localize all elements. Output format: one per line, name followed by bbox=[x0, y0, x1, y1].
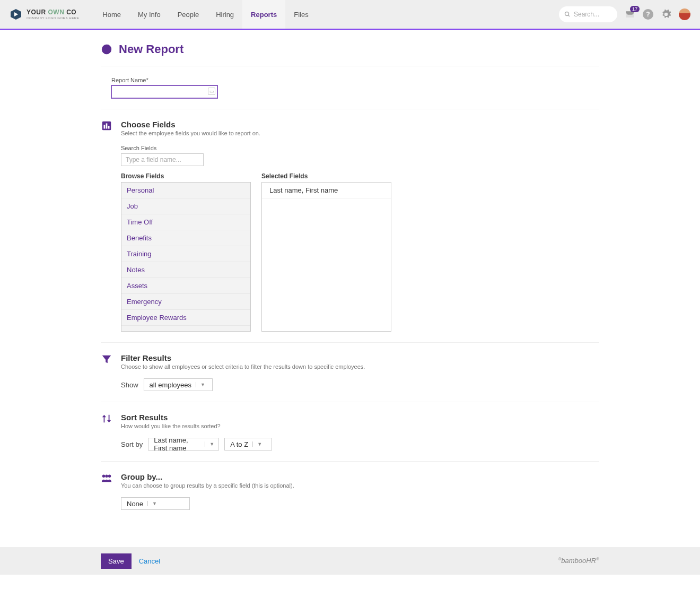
svg-rect-5 bbox=[104, 125, 106, 128]
search-icon bbox=[564, 11, 571, 18]
group-by-title: Group by... bbox=[121, 472, 599, 481]
filter-results-section: Filter Results Choose to show all employ… bbox=[101, 342, 599, 402]
browse-field-item[interactable]: Emergency bbox=[121, 294, 250, 310]
browse-field-item[interactable]: Notes bbox=[121, 262, 250, 278]
sort-direction-dropdown[interactable]: A to Z ▼ bbox=[224, 438, 272, 451]
show-dropdown[interactable]: all employees ▼ bbox=[144, 378, 213, 391]
svg-point-9 bbox=[105, 475, 108, 478]
top-nav: YOUR OWN CO COMPANY LOGO GOES HERE HomeM… bbox=[0, 0, 700, 30]
logo-hex-icon bbox=[10, 8, 22, 21]
sort-by-label: Sort by bbox=[121, 440, 143, 448]
cancel-link[interactable]: Cancel bbox=[139, 557, 160, 565]
people-icon bbox=[101, 472, 112, 484]
report-name-input[interactable] bbox=[111, 85, 217, 98]
help-icon: ? bbox=[646, 11, 650, 18]
browse-fields-list[interactable]: PersonalJobTime OffBenefitsTrainingNotes… bbox=[121, 182, 251, 332]
group-by-desc: You can choose to group results by a spe… bbox=[121, 482, 599, 489]
funnel-icon bbox=[101, 353, 112, 365]
sort-results-title: Sort Results bbox=[121, 413, 599, 422]
notification-badge: 17 bbox=[630, 6, 640, 12]
browse-field-item[interactable]: Personal bbox=[121, 183, 250, 198]
browse-field-item[interactable]: Benefits bbox=[121, 230, 250, 246]
sort-direction-value: A to Z bbox=[230, 440, 248, 448]
nav-item-files[interactable]: Files bbox=[285, 0, 317, 29]
sort-by-dropdown[interactable]: Last name, First name ▼ bbox=[148, 438, 219, 451]
search-placeholder: Search... bbox=[574, 11, 599, 18]
nav-item-hiring[interactable]: Hiring bbox=[207, 0, 242, 29]
filter-results-desc: Choose to show all employees or select c… bbox=[121, 363, 599, 370]
chevron-down-icon: ▼ bbox=[252, 441, 262, 447]
page-header: New Report bbox=[101, 42, 599, 66]
nav-item-people[interactable]: People bbox=[169, 0, 207, 29]
sort-results-desc: How would you like the results sorted? bbox=[121, 423, 599, 429]
search-fields-label: Search Fields bbox=[121, 145, 599, 151]
sort-results-section: Sort Results How would you like the resu… bbox=[101, 402, 599, 461]
svg-point-2 bbox=[565, 12, 569, 16]
show-dropdown-value: all employees bbox=[150, 381, 192, 389]
choose-fields-title: Choose Fields bbox=[121, 120, 599, 129]
show-label: Show bbox=[121, 381, 138, 389]
selected-fields-label: Selected Fields bbox=[261, 172, 391, 180]
report-name-label: Report Name* bbox=[111, 77, 599, 83]
svg-rect-6 bbox=[106, 123, 108, 128]
help-button[interactable]: ? bbox=[643, 9, 653, 20]
group-by-section: Group by... You can choose to group resu… bbox=[101, 461, 599, 521]
sort-by-value: Last name, First name bbox=[154, 436, 200, 452]
filter-results-title: Filter Results bbox=[121, 353, 599, 362]
sort-icon bbox=[101, 413, 112, 425]
svg-rect-7 bbox=[108, 126, 110, 129]
user-avatar[interactable] bbox=[679, 8, 690, 20]
main-nav: HomeMy InfoPeopleHiringReportsFiles bbox=[94, 0, 317, 29]
browse-field-item[interactable]: Employee Rewards bbox=[121, 310, 250, 326]
inbox-button[interactable]: 17 bbox=[625, 9, 635, 20]
choose-fields-section: Choose Fields Select the employee fields… bbox=[101, 109, 599, 342]
save-button[interactable]: Save bbox=[101, 553, 132, 569]
chevron-down-icon: ▼ bbox=[205, 441, 214, 447]
settings-button[interactable] bbox=[661, 9, 671, 20]
company-logo[interactable]: YOUR OWN CO COMPANY LOGO GOES HERE bbox=[10, 8, 79, 21]
contact-card-icon: ▭ bbox=[208, 88, 215, 95]
browse-field-item[interactable]: Assets bbox=[121, 278, 250, 294]
page-title: New Report bbox=[119, 42, 183, 56]
vendor-logo: ®bambooHR® bbox=[558, 557, 599, 565]
search-fields-input[interactable] bbox=[121, 153, 204, 166]
svg-point-8 bbox=[102, 475, 106, 478]
logo-text-1a: YOUR bbox=[27, 8, 48, 16]
bar-chart-icon bbox=[101, 120, 112, 132]
logo-subtext: COMPANY LOGO GOES HERE bbox=[27, 16, 79, 20]
svg-point-10 bbox=[108, 475, 111, 478]
browse-field-item[interactable]: Training bbox=[121, 246, 250, 262]
logo-text-1b: OWN bbox=[48, 8, 65, 16]
browse-fields-label: Browse Fields bbox=[121, 172, 251, 180]
choose-fields-desc: Select the employee fields you would lik… bbox=[121, 130, 599, 136]
svg-line-3 bbox=[568, 15, 570, 17]
pie-chart-icon bbox=[101, 44, 112, 55]
browse-field-item[interactable]: Time Off bbox=[121, 214, 250, 230]
group-by-value: None bbox=[127, 500, 143, 508]
nav-item-my-info[interactable]: My Info bbox=[129, 0, 169, 29]
nav-item-reports[interactable]: Reports bbox=[242, 0, 285, 29]
browse-field-item[interactable]: Job bbox=[121, 198, 250, 214]
selected-field-item[interactable]: Last name, First name bbox=[262, 183, 391, 198]
logo-text-1c: CO bbox=[64, 8, 76, 16]
chevron-down-icon: ▼ bbox=[196, 382, 205, 387]
nav-item-home[interactable]: Home bbox=[94, 0, 129, 29]
selected-fields-list[interactable]: Last name, First name bbox=[261, 182, 391, 332]
group-by-dropdown[interactable]: None ▼ bbox=[121, 497, 190, 510]
browse-field-item[interactable]: Fun Facts bbox=[121, 326, 250, 332]
chevron-down-icon: ▼ bbox=[147, 501, 157, 506]
global-search[interactable]: Search... bbox=[559, 6, 617, 22]
footer-bar: Save Cancel ®bambooHR® bbox=[101, 547, 599, 575]
